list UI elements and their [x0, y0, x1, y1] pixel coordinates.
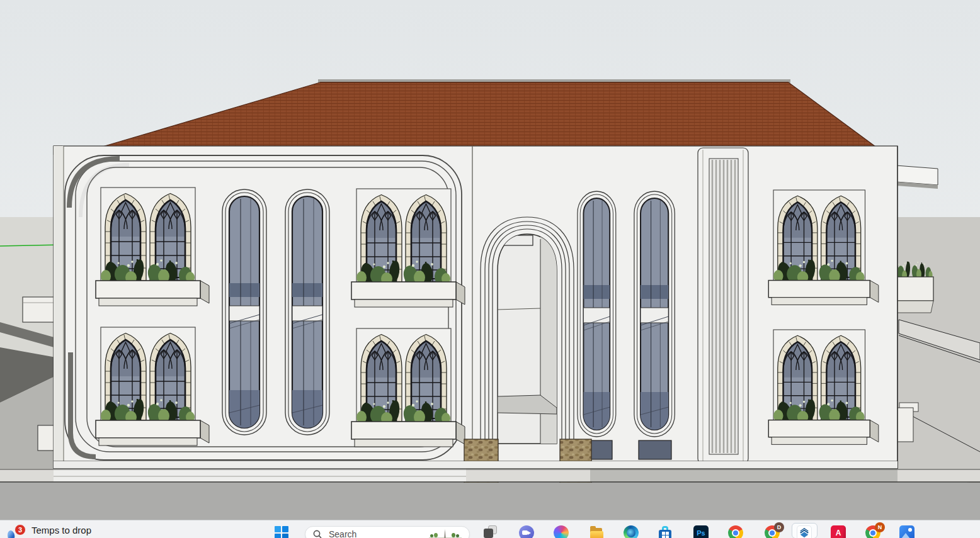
- edge-core-glyph: [627, 529, 635, 537]
- pill-window: [634, 191, 675, 437]
- pill-window: [222, 189, 266, 435]
- file-explorer-icon[interactable]: [589, 525, 604, 538]
- teams-meet-icon[interactable]: [519, 525, 534, 538]
- gothic-window-set: [96, 327, 209, 446]
- photoshop-icon[interactable]: Ps: [693, 525, 709, 538]
- fluted-pilaster: [698, 148, 748, 464]
- gothic-window-set: [768, 330, 879, 444]
- start-logo-pane: [275, 526, 281, 532]
- folder-glyph: [590, 531, 603, 538]
- building-facade: [54, 146, 897, 486]
- sun-dot-glyph: [908, 528, 912, 532]
- chrome-profile-n-icon[interactable]: N: [865, 525, 880, 538]
- sketchup-icon[interactable]: [797, 525, 812, 538]
- ground: [0, 469, 980, 520]
- search-input[interactable]: [328, 529, 422, 538]
- taskbar: 3 Temps to drop Ps: [0, 520, 980, 538]
- chrome-icon[interactable]: [728, 525, 743, 538]
- profile-badge-n: N: [875, 522, 885, 532]
- start-logo-pane: [275, 534, 281, 538]
- search-box[interactable]: [305, 526, 470, 538]
- pill-window: [285, 189, 329, 435]
- store-body-glyph: [659, 530, 671, 538]
- task-view-icon: [484, 529, 493, 538]
- facade-base: [54, 461, 897, 469]
- copilot-icon[interactable]: [554, 525, 569, 538]
- chrome-profile-d-icon[interactable]: D: [765, 525, 780, 538]
- gothic-window-set: [351, 189, 465, 307]
- video-camera-glyph: [522, 530, 528, 535]
- road: [0, 483, 980, 520]
- sketchup-glyph: [799, 527, 810, 538]
- mountain-glyph: [901, 533, 910, 538]
- profile-badge-d: D: [774, 522, 784, 532]
- search-icon: [313, 530, 322, 538]
- chrome-core-glyph: [732, 529, 739, 537]
- acrobat-icon[interactable]: A: [831, 525, 846, 538]
- search-highlight-image[interactable]: [429, 529, 462, 538]
- widgets-badge: 3: [14, 524, 26, 535]
- pill-window: [578, 191, 616, 437]
- gothic-window-set: [351, 328, 465, 447]
- photos-icon[interactable]: [899, 525, 914, 538]
- start-button[interactable]: [275, 526, 288, 538]
- gothic-window-set: [96, 188, 209, 306]
- gothic-window-set: [768, 190, 879, 305]
- edge-icon[interactable]: [624, 525, 639, 538]
- start-logo-pane: [282, 526, 288, 532]
- start-logo-pane: [282, 534, 288, 538]
- weather-icon: [7, 530, 15, 538]
- widgets-weather-button[interactable]: Temps to drop: [31, 525, 91, 535]
- microsoft-store-icon[interactable]: [658, 525, 673, 538]
- task-view-button[interactable]: [484, 525, 498, 538]
- model-viewport[interactable]: [0, 0, 980, 520]
